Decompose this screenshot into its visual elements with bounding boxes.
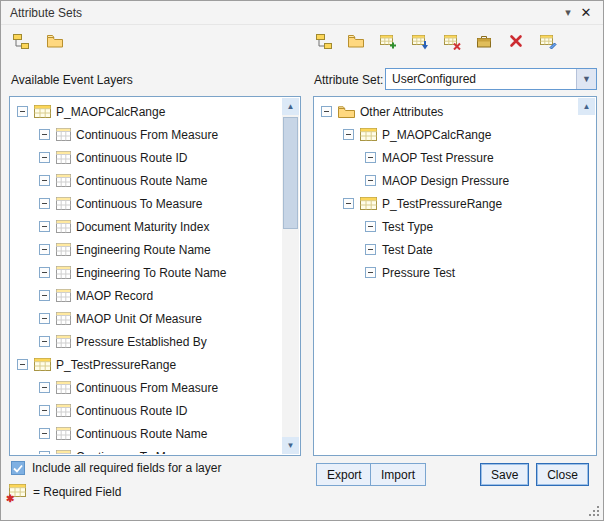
- tree-item[interactable]: Continuous Route ID: [13, 399, 280, 422]
- collapse-toggle-icon[interactable]: [39, 290, 50, 301]
- include-required-fields-row: Include all required fields for a layer: [11, 461, 221, 475]
- close-dialog-button[interactable]: Close: [536, 463, 589, 486]
- tree-item-label: Engineering To Route Name: [76, 266, 227, 280]
- include-required-fields-checkbox[interactable]: [11, 461, 25, 475]
- collapse-toggle-icon[interactable]: [365, 175, 376, 186]
- collapse-toggle-icon[interactable]: [39, 129, 50, 140]
- collapse-toggle-icon[interactable]: [17, 106, 28, 117]
- doc-icon: [56, 266, 71, 279]
- collapse-toggle-icon[interactable]: [321, 106, 332, 117]
- tree-item-label: MAOP Design Pressure: [382, 174, 509, 188]
- tree-item-label: P_TestPressureRange: [382, 197, 502, 211]
- open-attribute-set-icon[interactable]: [346, 31, 366, 51]
- tree-item[interactable]: Other Attributes: [317, 100, 576, 123]
- resize-grip[interactable]: [589, 506, 600, 517]
- window-title: Attribute Sets: [10, 6, 82, 20]
- tree-item-label: Continuous Route Name: [76, 174, 207, 188]
- collapse-toggle-icon[interactable]: [17, 359, 28, 370]
- left-panel-scrollbar[interactable]: ▲ ▼: [282, 98, 299, 454]
- collapse-toggle-icon[interactable]: [365, 267, 376, 278]
- collapse-toggle-icon[interactable]: [343, 129, 354, 140]
- tree-item[interactable]: P_TestPressureRange: [317, 192, 576, 215]
- tree-item[interactable]: P_TestPressureRange: [13, 353, 280, 376]
- collapse-toggle-icon[interactable]: [39, 313, 50, 324]
- collapse-toggle-icon[interactable]: [39, 267, 50, 278]
- remove-attributes-icon[interactable]: [442, 31, 462, 51]
- doc-icon: [56, 243, 71, 256]
- save-button[interactable]: Save: [480, 463, 529, 486]
- tree-item[interactable]: Continuous From Measure: [13, 123, 280, 146]
- collapse-toggle-icon[interactable]: [365, 152, 376, 163]
- toolbar: [1, 31, 603, 55]
- close-button[interactable]: ✕: [577, 5, 595, 20]
- add-table-icon[interactable]: [378, 31, 398, 51]
- tree-item-label: MAOP Unit Of Measure: [76, 312, 202, 326]
- scroll-up-icon[interactable]: ▲: [578, 98, 595, 115]
- collapse-toggle-icon[interactable]: [39, 428, 50, 439]
- tree-item-label: MAOP Record: [76, 289, 153, 303]
- doc-icon: [56, 151, 71, 164]
- tree-item-label: Document Maturity Index: [76, 220, 209, 234]
- add-all-layers-icon[interactable]: [45, 31, 65, 51]
- scroll-up-icon[interactable]: ▲: [282, 98, 299, 115]
- collapse-toggle-icon[interactable]: [365, 244, 376, 255]
- tree-item[interactable]: Test Date: [317, 238, 576, 261]
- tree-item[interactable]: Engineering Route Name: [13, 238, 280, 261]
- new-attribute-set-icon[interactable]: [314, 31, 334, 51]
- add-layer-to-set-icon[interactable]: [11, 31, 31, 51]
- delete-attribute-set-icon[interactable]: [506, 31, 526, 51]
- export-button[interactable]: Export: [316, 463, 373, 486]
- collapse-toggle-icon[interactable]: [39, 244, 50, 255]
- required-field-icon: ✱: [9, 484, 27, 500]
- tree-item[interactable]: Continuous Route Name: [13, 422, 280, 445]
- tree-item[interactable]: P_MAOPCalcRange: [317, 123, 576, 146]
- collapse-toggle-icon[interactable]: [39, 175, 50, 186]
- scroll-down-icon[interactable]: ▼: [282, 437, 299, 454]
- titlebar: Attribute Sets ▾ ✕: [1, 1, 603, 25]
- import-attributes-icon[interactable]: [410, 31, 430, 51]
- collapse-toggle-icon[interactable]: [39, 382, 50, 393]
- tree-item[interactable]: P_MAOPCalcRange: [13, 100, 280, 123]
- doc-icon: [56, 404, 71, 417]
- tree-item[interactable]: Pressure Test: [317, 261, 576, 284]
- check-icon: [13, 464, 23, 473]
- tree-item[interactable]: Continuous Route ID: [13, 146, 280, 169]
- tree-item[interactable]: Continuous From Measure: [13, 376, 280, 399]
- collapse-toggle-icon[interactable]: [343, 198, 354, 209]
- tree-item[interactable]: MAOP Unit Of Measure: [13, 307, 280, 330]
- tree-item[interactable]: Test Type: [317, 215, 576, 238]
- doc-icon: [56, 381, 71, 394]
- doc-icon: [56, 289, 71, 302]
- tree-item-label: Continuous From Measure: [76, 128, 218, 142]
- doc-icon: [56, 128, 71, 141]
- import-button[interactable]: Import: [370, 463, 426, 486]
- tree-item-label: Test Date: [382, 243, 433, 257]
- attribute-set-dropdown[interactable]: UserConfigured ▼: [385, 68, 597, 90]
- collapse-toggle-icon[interactable]: [39, 198, 50, 209]
- pin-button[interactable]: ▾: [559, 6, 577, 19]
- tree-item[interactable]: Engineering To Route Name: [13, 261, 280, 284]
- tree-item[interactable]: MAOP Record: [13, 284, 280, 307]
- collapse-toggle-icon[interactable]: [39, 405, 50, 416]
- chevron-down-icon[interactable]: ▼: [576, 69, 596, 89]
- doc-icon: [56, 174, 71, 187]
- tree-item-label: P_MAOPCalcRange: [382, 128, 491, 142]
- available-event-layers-label: Available Event Layers: [11, 73, 133, 87]
- collapse-toggle-icon[interactable]: [365, 221, 376, 232]
- collapse-toggle-icon[interactable]: [39, 451, 50, 454]
- tree-item[interactable]: Document Maturity Index: [13, 215, 280, 238]
- collapse-toggle-icon[interactable]: [39, 221, 50, 232]
- required-field-legend: ✱ = Required Field: [9, 484, 121, 500]
- tree-item[interactable]: Pressure Established By: [13, 330, 280, 353]
- tree-item[interactable]: MAOP Test Pressure: [317, 146, 576, 169]
- collapse-toggle-icon[interactable]: [39, 336, 50, 347]
- tree-item[interactable]: MAOP Design Pressure: [317, 169, 576, 192]
- scrollbar-thumb[interactable]: [283, 117, 298, 229]
- collapse-toggle-icon[interactable]: [39, 152, 50, 163]
- tree-item[interactable]: Continuous To Measure: [13, 445, 280, 454]
- tree-item[interactable]: Continuous Route Name: [13, 169, 280, 192]
- edit-attribute-set-icon[interactable]: [538, 31, 558, 51]
- tree-item[interactable]: Continuous To Measure: [13, 192, 280, 215]
- table-icon: [34, 105, 51, 118]
- manage-attribute-set-icon[interactable]: [474, 31, 494, 51]
